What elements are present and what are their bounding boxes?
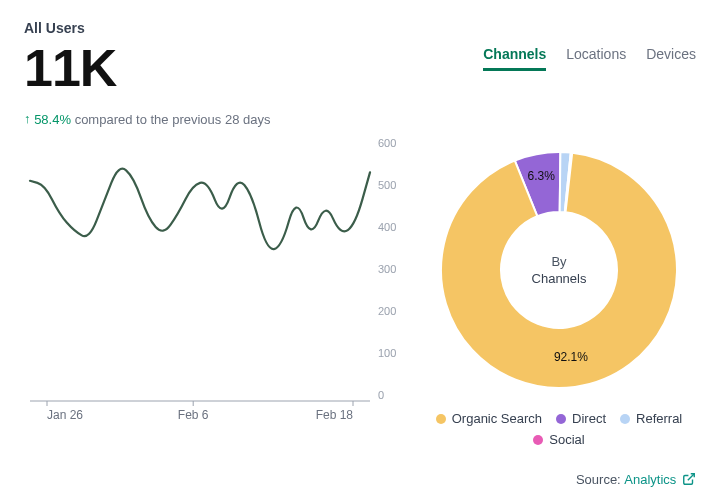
line-chart: 0100200300400500600Jan 26Feb 6Feb 18 [24, 135, 404, 425]
svg-line-4 [688, 474, 694, 480]
donut-slice-label: 92.1% [554, 350, 588, 364]
legend-label: Organic Search [452, 411, 542, 426]
legend-label: Direct [572, 411, 606, 426]
legend-swatch [556, 414, 566, 424]
line-series [30, 169, 370, 249]
y-tick-label: 500 [378, 179, 396, 191]
legend-swatch [533, 435, 543, 445]
source-footer: Source: Analytics [24, 472, 696, 487]
legend-item-direct: Direct [556, 411, 606, 426]
legend-item-referral: Referral [620, 411, 682, 426]
legend-label: Social [549, 432, 584, 447]
delta-caption: compared to the previous 28 days [75, 112, 271, 127]
y-tick-label: 400 [378, 221, 396, 233]
delta-pct: 58.4% [34, 112, 71, 127]
y-tick-label: 200 [378, 305, 396, 317]
x-tick-label: Feb 6 [178, 408, 209, 422]
metric-subtitle: All Users [24, 20, 270, 36]
legend-item-social: Social [533, 432, 584, 447]
external-link-icon [682, 472, 696, 486]
legend-swatch [620, 414, 630, 424]
legend-label: Referral [636, 411, 682, 426]
metric-value: 11K [24, 42, 270, 94]
y-tick-label: 300 [378, 263, 396, 275]
line-chart-panel: 0100200300400500600Jan 26Feb 6Feb 18 [24, 135, 404, 470]
donut-chart: 6.3%92.1%ByChannels [424, 135, 694, 405]
donut-tabs: ChannelsLocationsDevices [483, 46, 696, 71]
legend-item-organic-search: Organic Search [436, 411, 542, 426]
donut-slice-label: 6.3% [528, 169, 556, 183]
tab-locations[interactable]: Locations [566, 46, 626, 71]
donut-center-line2: Channels [532, 271, 587, 286]
y-tick-label: 600 [378, 137, 396, 149]
donut-panel: 6.3%92.1%ByChannels Organic SearchDirect… [422, 135, 696, 470]
x-tick-label: Feb 18 [316, 408, 354, 422]
source-prefix: Source: [576, 472, 624, 487]
y-tick-label: 0 [378, 389, 384, 401]
legend-swatch [436, 414, 446, 424]
donut-legend: Organic SearchDirectReferralSocial [422, 411, 696, 447]
source-link[interactable]: Analytics [624, 472, 696, 487]
donut-center-line1: By [551, 254, 567, 269]
tab-channels[interactable]: Channels [483, 46, 546, 71]
arrow-up-icon: ↑ [24, 111, 31, 126]
tab-devices[interactable]: Devices [646, 46, 696, 71]
y-tick-label: 100 [378, 347, 396, 359]
delta-row: ↑ 58.4% compared to the previous 28 days [24, 112, 270, 127]
x-tick-label: Jan 26 [47, 408, 83, 422]
